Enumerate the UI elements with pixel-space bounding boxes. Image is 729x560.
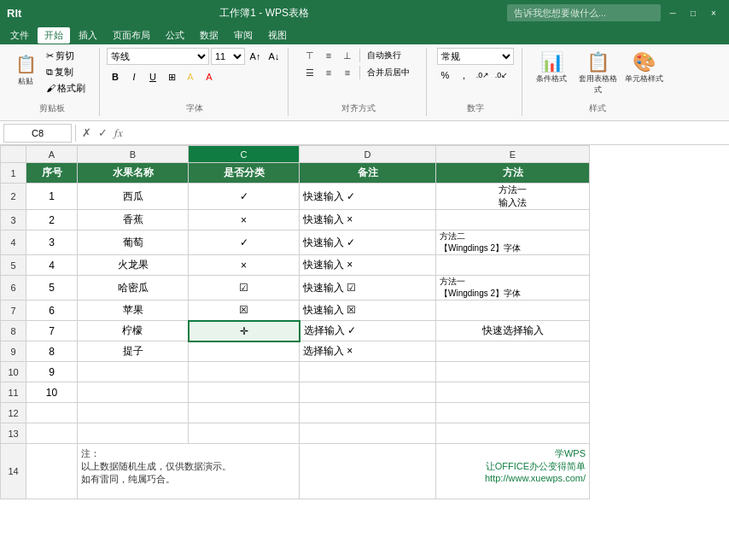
- underline-button[interactable]: U: [144, 68, 161, 85]
- menu-insert[interactable]: 插入: [72, 27, 104, 44]
- cell-a3[interactable]: 2: [26, 210, 78, 230]
- cell-c6[interactable]: ☑: [189, 276, 300, 300]
- increase-decimal-button[interactable]: .0↗: [475, 67, 492, 84]
- formula-input[interactable]: [129, 124, 726, 143]
- format-painter-button[interactable]: 🖌 格式刷: [43, 80, 94, 96]
- align-center-button[interactable]: ≡: [320, 65, 337, 80]
- cell-e13[interactable]: [436, 423, 590, 444]
- cell-c1[interactable]: 是否分类: [189, 163, 300, 184]
- cell-e7[interactable]: [436, 300, 590, 321]
- maximize-button[interactable]: □: [685, 4, 702, 21]
- cell-a4[interactable]: 3: [26, 230, 78, 255]
- cell-a13[interactable]: [26, 423, 78, 444]
- menu-review[interactable]: 审阅: [227, 27, 260, 44]
- cell-b13[interactable]: [78, 423, 189, 444]
- cell-d7[interactable]: 快速输入 ☒: [300, 300, 436, 321]
- cancel-formula-icon[interactable]: ✗: [79, 126, 94, 140]
- conditional-format-button[interactable]: 📊 条件格式: [529, 48, 574, 92]
- cell-e12[interactable]: [436, 403, 590, 423]
- cell-c13[interactable]: [189, 423, 300, 444]
- cut-button[interactable]: ✂ 剪切: [43, 48, 94, 63]
- cell-b7[interactable]: 苹果: [78, 300, 189, 321]
- menu-data[interactable]: 数据: [193, 27, 225, 44]
- italic-button[interactable]: I: [125, 68, 143, 85]
- font-size-select[interactable]: 11: [211, 48, 245, 65]
- col-header-b[interactable]: B: [78, 146, 189, 163]
- cell-d5[interactable]: 快速输入 ×: [300, 255, 436, 276]
- cell-c2[interactable]: ✓: [189, 184, 300, 210]
- cell-e11[interactable]: [436, 382, 590, 403]
- cell-b1[interactable]: 水果名称: [78, 163, 189, 184]
- cell-d9[interactable]: 选择输入 ×: [300, 341, 436, 362]
- cell-d12[interactable]: [300, 403, 436, 423]
- cell-a7[interactable]: 6: [26, 300, 78, 321]
- cell-b9[interactable]: 提子: [78, 341, 189, 362]
- cell-a2[interactable]: 1: [26, 184, 78, 210]
- insert-function-icon[interactable]: 𝑓𝑥: [112, 126, 125, 140]
- menu-home[interactable]: 开始: [38, 27, 70, 44]
- cell-c4[interactable]: ✓: [189, 230, 300, 255]
- cell-e5[interactable]: [436, 255, 590, 276]
- decrease-decimal-button[interactable]: .0↙: [493, 67, 510, 84]
- align-left-button[interactable]: ☰: [301, 65, 318, 80]
- table-format-button[interactable]: 📋 套用表格格式: [575, 48, 620, 92]
- cell-reference-input[interactable]: [3, 124, 72, 143]
- cell-c7[interactable]: ☒: [189, 300, 300, 321]
- comma-button[interactable]: ,: [456, 67, 473, 84]
- cell-e1[interactable]: 方法: [436, 163, 590, 184]
- cell-e2[interactable]: 方法一输入法: [436, 184, 590, 210]
- menu-view[interactable]: 视图: [261, 27, 294, 44]
- align-bottom-button[interactable]: ⊥: [339, 48, 356, 63]
- cell-b5[interactable]: 火龙果: [78, 255, 189, 276]
- cell-b4[interactable]: 葡萄: [78, 230, 189, 255]
- cell-d8[interactable]: 选择输入 ✓: [300, 321, 436, 341]
- border-button[interactable]: ⊞: [163, 68, 180, 85]
- cell-c9[interactable]: [189, 341, 300, 362]
- confirm-formula-icon[interactable]: ✓: [96, 126, 110, 140]
- align-top-button[interactable]: ⊤: [301, 48, 318, 63]
- font-name-select[interactable]: 等线: [107, 48, 209, 65]
- align-middle-button[interactable]: ≡: [320, 48, 337, 63]
- merge-center-button[interactable]: 合并后居中: [364, 65, 415, 80]
- col-header-e[interactable]: E: [436, 146, 590, 163]
- decrease-font-button[interactable]: A↓: [265, 48, 283, 65]
- cell-a10[interactable]: 9: [26, 362, 78, 382]
- col-header-d[interactable]: D: [300, 146, 436, 163]
- number-format-select[interactable]: 常规: [437, 48, 514, 65]
- menu-file[interactable]: 文件: [3, 27, 36, 44]
- cell-c11[interactable]: [189, 382, 300, 403]
- cell-a14[interactable]: [26, 444, 78, 499]
- paste-button[interactable]: 📋 粘贴: [10, 48, 41, 92]
- cell-d14[interactable]: [300, 444, 436, 499]
- cell-b2[interactable]: 西瓜: [78, 184, 189, 210]
- font-color-button[interactable]: A: [201, 68, 218, 85]
- title-search-input[interactable]: [507, 4, 661, 21]
- copy-button[interactable]: ⧉ 复制: [43, 64, 94, 79]
- cell-e4[interactable]: 方法二【Wingdings 2】字体: [436, 230, 590, 255]
- cell-b11[interactable]: [78, 382, 189, 403]
- percent-button[interactable]: %: [437, 67, 454, 84]
- cell-a8[interactable]: 7: [26, 321, 78, 341]
- cell-d2[interactable]: 快速输入 ✓: [300, 184, 436, 210]
- cell-a12[interactable]: [26, 403, 78, 423]
- cell-d4[interactable]: 快速输入 ✓: [300, 230, 436, 255]
- sheet-area[interactable]: A B C D E 1 序号 水果名称 是否分类 备注 方法 2 1 西瓜 ✓ …: [0, 145, 729, 560]
- cell-d10[interactable]: [300, 362, 436, 382]
- cell-c5[interactable]: ×: [189, 255, 300, 276]
- cell-c3[interactable]: ×: [189, 210, 300, 230]
- cell-e8[interactable]: 快速选择输入: [436, 321, 590, 341]
- cell-a9[interactable]: 8: [26, 341, 78, 362]
- menu-formula[interactable]: 公式: [159, 27, 191, 44]
- fill-color-button[interactable]: A: [182, 68, 199, 85]
- cell-a1[interactable]: 序号: [26, 163, 78, 184]
- cell-styles-button[interactable]: 🎨 单元格样式: [621, 48, 666, 92]
- cell-c10[interactable]: [189, 362, 300, 382]
- col-header-a[interactable]: A: [26, 146, 78, 163]
- auto-wrap-button[interactable]: 自动换行: [364, 48, 415, 63]
- cell-a6[interactable]: 5: [26, 276, 78, 300]
- cell-c12[interactable]: [189, 403, 300, 423]
- cell-e3[interactable]: [436, 210, 590, 230]
- cell-b3[interactable]: 香蕉: [78, 210, 189, 230]
- col-header-c[interactable]: C: [189, 146, 300, 163]
- cell-b8[interactable]: 柠檬: [78, 321, 189, 341]
